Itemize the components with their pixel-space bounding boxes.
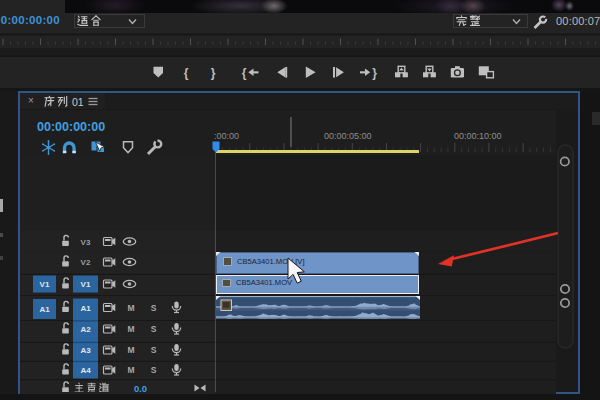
svg-text:M: M [127, 345, 134, 355]
svg-text:M: M [127, 365, 134, 375]
svg-text:V3: V3 [81, 238, 91, 247]
svg-text:S: S [151, 324, 157, 334]
svg-text:V1: V1 [81, 280, 91, 289]
svg-text:}: } [372, 66, 377, 80]
svg-text:V1: V1 [40, 280, 50, 289]
svg-text:A4: A4 [80, 366, 91, 375]
svg-text:A2: A2 [80, 325, 91, 334]
svg-text:0.0: 0.0 [134, 383, 147, 393]
svg-text:}: } [211, 66, 216, 80]
svg-text:S: S [151, 365, 157, 375]
svg-text:M: M [127, 303, 134, 313]
svg-text:V2: V2 [81, 258, 91, 267]
svg-text:01: 01 [72, 96, 84, 108]
svg-text:M: M [127, 324, 134, 334]
svg-text:A3: A3 [80, 346, 91, 355]
svg-text:{: { [184, 66, 189, 80]
svg-text:A1: A1 [39, 305, 50, 314]
svg-text:S: S [151, 303, 157, 313]
svg-text:{: { [242, 66, 247, 80]
svg-text:S: S [151, 345, 157, 355]
svg-text:A1: A1 [80, 304, 91, 313]
